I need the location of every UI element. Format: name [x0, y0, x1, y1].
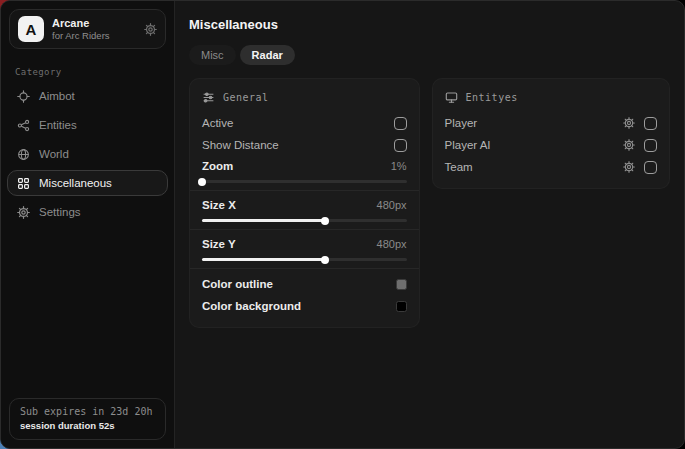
app-subtitle: for Arc Riders: [52, 30, 110, 41]
page-title: Miscellaneous: [189, 17, 670, 32]
zoom-slider[interactable]: [202, 180, 407, 183]
size-y-slider[interactable]: [202, 258, 407, 261]
color-background-label: Color background: [202, 300, 301, 312]
player-ai-settings-gear-icon[interactable]: [623, 139, 635, 151]
show-distance-label: Show Distance: [202, 139, 279, 151]
zoom-row: Zoom 1%: [202, 156, 407, 176]
header-settings-gear-icon[interactable]: [144, 23, 157, 36]
sub-expires-text: Sub expires in 23d 20h: [20, 406, 155, 417]
size-x-slider[interactable]: [202, 219, 407, 222]
app-logo: A: [18, 16, 44, 42]
player-ai-label: Player AI: [445, 139, 491, 151]
tab-radar[interactable]: Radar: [240, 45, 295, 65]
player-row: Player: [445, 112, 657, 134]
sidebar-item-label: Miscellaneous: [39, 177, 112, 189]
player-ai-checkbox[interactable]: [644, 139, 657, 152]
size-x-slider-fill: [202, 219, 325, 222]
general-panel: General Active Show Distance Zoom 1%: [189, 78, 420, 328]
divider: [190, 190, 419, 191]
color-outline-row: Color outline: [202, 273, 407, 295]
size-x-row: Size X 480px: [202, 195, 407, 215]
sliders-icon: [202, 91, 215, 104]
session-duration-text: session duration 52s: [20, 420, 155, 431]
team-checkbox[interactable]: [644, 161, 657, 174]
size-x-slider-thumb[interactable]: [321, 217, 329, 225]
app-window: A Arcane for Arc Riders Category Aimbot …: [0, 0, 685, 449]
sidebar-item-label: Aimbot: [39, 90, 75, 102]
sidebar-item-label: Settings: [39, 206, 81, 218]
color-background-row: Color background: [202, 295, 407, 317]
tab-bar: Misc Radar: [189, 45, 670, 65]
panels-row: General Active Show Distance Zoom 1%: [189, 78, 670, 328]
team-row: Team: [445, 156, 657, 178]
active-checkbox[interactable]: [394, 117, 407, 130]
sidebar-item-world[interactable]: World: [7, 141, 168, 167]
sidebar-item-aimbot[interactable]: Aimbot: [7, 83, 168, 109]
size-y-slider-thumb[interactable]: [321, 256, 329, 264]
zoom-label: Zoom: [202, 160, 233, 172]
general-panel-header: General: [202, 91, 407, 104]
monitor-icon: [445, 91, 458, 104]
team-label: Team: [445, 161, 473, 173]
active-label: Active: [202, 117, 233, 129]
entities-panel: Entityes Player Player AI: [432, 78, 670, 189]
size-x-value: 480px: [377, 199, 407, 211]
color-background-swatch[interactable]: [396, 301, 407, 312]
size-y-value: 480px: [377, 238, 407, 250]
entities-panel-header: Entityes: [445, 91, 657, 104]
team-settings-gear-icon[interactable]: [623, 161, 635, 173]
size-y-label: Size Y: [202, 238, 236, 250]
desktop: A Arcane for Arc Riders Category Aimbot …: [0, 0, 685, 449]
show-distance-checkbox[interactable]: [394, 139, 407, 152]
app-titles: Arcane for Arc Riders: [52, 17, 110, 41]
sidebar-item-label: Entities: [39, 119, 77, 131]
sidebar-item-label: World: [39, 148, 69, 160]
app-name: Arcane: [52, 17, 110, 29]
color-outline-label: Color outline: [202, 278, 273, 290]
crosshair-icon: [17, 90, 30, 103]
player-ai-row: Player AI: [445, 134, 657, 156]
sidebar-item-entities[interactable]: Entities: [7, 112, 168, 138]
zoom-value: 1%: [391, 160, 407, 172]
sidebar-item-settings[interactable]: Settings: [7, 199, 168, 225]
sidebar: A Arcane for Arc Riders Category Aimbot …: [1, 1, 175, 448]
gear-icon: [17, 206, 30, 219]
tab-misc[interactable]: Misc: [189, 45, 236, 65]
size-y-slider-fill: [202, 258, 325, 261]
grid-icon: [17, 177, 30, 190]
category-label: Category: [15, 67, 160, 77]
size-x-label: Size X: [202, 199, 236, 211]
entities-network-icon: [17, 119, 30, 132]
main-content: Miscellaneous Misc Radar General Active: [175, 1, 684, 448]
app-header-card: A Arcane for Arc Riders: [9, 9, 166, 49]
active-row: Active: [202, 112, 407, 134]
color-outline-swatch[interactable]: [396, 279, 407, 290]
globe-icon: [17, 148, 30, 161]
player-settings-gear-icon[interactable]: [623, 117, 635, 129]
sidebar-item-miscellaneous[interactable]: Miscellaneous: [7, 170, 168, 196]
subscription-card: Sub expires in 23d 20h session duration …: [9, 398, 166, 440]
size-y-row: Size Y 480px: [202, 234, 407, 254]
divider: [190, 268, 419, 269]
general-panel-title: General: [223, 92, 269, 103]
entities-panel-title: Entityes: [466, 92, 518, 103]
zoom-slider-thumb[interactable]: [198, 178, 206, 186]
divider: [190, 229, 419, 230]
sidebar-nav: Aimbot Entities World Miscellaneous Sett…: [1, 83, 174, 225]
show-distance-row: Show Distance: [202, 134, 407, 156]
player-label: Player: [445, 117, 478, 129]
player-checkbox[interactable]: [644, 117, 657, 130]
